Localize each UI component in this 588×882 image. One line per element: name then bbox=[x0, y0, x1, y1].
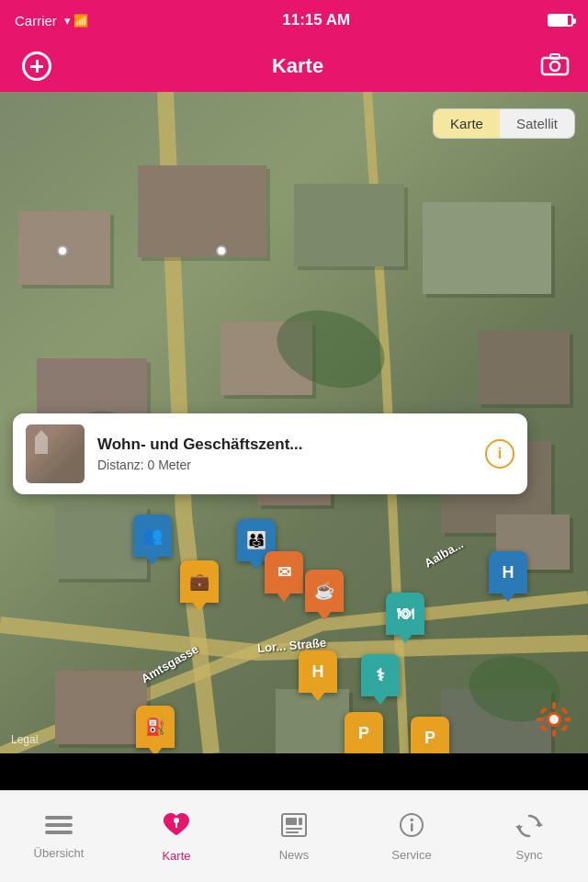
svg-rect-24 bbox=[411, 823, 413, 831]
svg-rect-0 bbox=[542, 58, 568, 74]
svg-point-1 bbox=[550, 62, 560, 71]
info-popup: Wohn- und Geschäftszent... Distanz: 0 Me… bbox=[13, 413, 527, 494]
location-dot bbox=[57, 245, 68, 256]
karte-icon bbox=[160, 811, 193, 845]
popup-text: Wohn- und Geschäftszent... Distanz: 0 Me… bbox=[97, 435, 478, 472]
tab-ubersicht-label: Übersicht bbox=[34, 846, 85, 860]
svg-rect-4 bbox=[552, 702, 556, 709]
popup-thumbnail bbox=[26, 424, 85, 483]
map-pin-yellow[interactable]: H bbox=[299, 650, 337, 693]
tab-sync-label: Sync bbox=[516, 848, 543, 862]
battery-fill bbox=[549, 16, 568, 25]
nav-bar: Karte bbox=[0, 40, 588, 92]
battery-icon bbox=[548, 14, 573, 27]
tab-news-label: News bbox=[279, 848, 310, 862]
svg-marker-27 bbox=[515, 826, 523, 831]
status-left: Carrier ▾ 📶 bbox=[15, 13, 88, 28]
svg-marker-26 bbox=[536, 821, 543, 826]
camera-icon bbox=[540, 51, 570, 76]
info-circle-icon bbox=[399, 812, 424, 844]
gear-button[interactable] bbox=[535, 700, 573, 739]
map-pin-blue[interactable]: H bbox=[489, 551, 527, 594]
svg-rect-14 bbox=[45, 823, 73, 827]
status-bar: Carrier ▾ 📶 11:15 AM bbox=[0, 0, 588, 40]
crosshair-button[interactable] bbox=[18, 48, 55, 85]
svg-rect-15 bbox=[45, 831, 73, 834]
map-pin-teal[interactable]: 🍽 bbox=[386, 593, 424, 635]
sync-icon bbox=[515, 812, 543, 844]
tab-karte-label: Karte bbox=[162, 849, 190, 863]
svg-rect-21 bbox=[286, 831, 299, 833]
map-area: Karte Satellit Wohn- und Geschäftszent..… bbox=[0, 92, 588, 753]
svg-point-16 bbox=[174, 818, 179, 823]
newspaper-icon bbox=[280, 812, 308, 844]
svg-rect-20 bbox=[286, 828, 302, 830]
menu-icon bbox=[45, 813, 73, 842]
map-pin-yellow[interactable]: P bbox=[411, 717, 449, 753]
svg-rect-19 bbox=[286, 818, 297, 825]
map-pin-yellow[interactable]: ⛽ bbox=[136, 706, 175, 748]
map-pin-yellow[interactable]: P bbox=[345, 712, 383, 753]
map-pin-blue[interactable]: 👥 bbox=[133, 514, 172, 557]
battery-container bbox=[544, 14, 573, 27]
gear-icon bbox=[535, 700, 573, 739]
popup-title: Wohn- und Geschäftszent... bbox=[97, 435, 478, 454]
svg-rect-7 bbox=[564, 718, 571, 721]
nav-title: Karte bbox=[272, 54, 323, 78]
tab-service-label: Service bbox=[391, 848, 431, 862]
popup-info-button[interactable]: i bbox=[485, 439, 514, 469]
tab-karte[interactable]: Karte bbox=[118, 791, 235, 882]
popup-distance: Distanz: 0 Meter bbox=[97, 458, 478, 472]
svg-rect-8 bbox=[539, 707, 547, 714]
svg-rect-13 bbox=[45, 816, 73, 820]
svg-rect-10 bbox=[539, 724, 547, 731]
wifi-icon: ▾ 📶 bbox=[64, 14, 89, 28]
map-pin-teal[interactable]: ⚕ bbox=[361, 654, 400, 696]
svg-rect-2 bbox=[550, 54, 560, 59]
map-pin-orange[interactable]: ☕ bbox=[305, 570, 344, 612]
tab-news[interactable]: News bbox=[235, 791, 353, 882]
tab-sync[interactable]: Sync bbox=[470, 791, 588, 882]
map-pin-yellow[interactable]: 💼 bbox=[180, 560, 219, 603]
map-pin-orange[interactable]: ✉ bbox=[265, 551, 303, 594]
crosshair-icon bbox=[22, 51, 51, 81]
svg-point-12 bbox=[549, 715, 559, 724]
satellit-toggle-button[interactable]: Satellit bbox=[500, 109, 574, 138]
location-dot bbox=[216, 245, 227, 256]
time-label: 11:15 AM bbox=[282, 11, 350, 29]
map-toggle: Karte Satellit bbox=[433, 108, 575, 139]
tab-bar: Übersicht Karte News bbox=[0, 790, 588, 882]
camera-button[interactable] bbox=[540, 51, 570, 83]
svg-point-25 bbox=[410, 818, 413, 821]
svg-rect-5 bbox=[552, 729, 556, 737]
carrier-label: Carrier bbox=[15, 13, 57, 28]
svg-rect-9 bbox=[560, 724, 568, 731]
karte-toggle-button[interactable]: Karte bbox=[434, 109, 500, 138]
svg-rect-6 bbox=[537, 718, 544, 721]
tab-service[interactable]: Service bbox=[353, 791, 470, 882]
legal-text[interactable]: Legal bbox=[11, 733, 38, 746]
svg-rect-22 bbox=[299, 818, 302, 825]
svg-rect-11 bbox=[560, 707, 568, 714]
tab-ubersicht[interactable]: Übersicht bbox=[0, 791, 118, 882]
